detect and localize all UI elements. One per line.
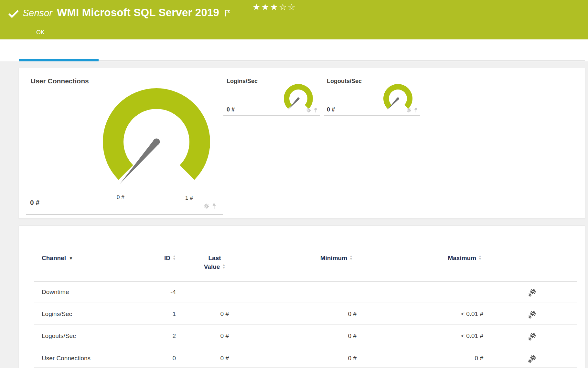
gear-icon[interactable]: [306, 108, 311, 113]
header-label: Last: [189, 255, 241, 262]
status-badge: OK: [36, 29, 45, 36]
cell-maximum: < 0.01 #: [435, 332, 483, 340]
prtg-sensor-page: Sensor WMI Microsoft SQL Server 2019 ★★★…: [0, 0, 588, 368]
sort-desc-icon: ▼: [69, 256, 73, 261]
column-header-id[interactable]: ID ▲▼: [127, 255, 176, 262]
gauges-card: User Connections 0 # 0 # 1 # Logins/Sec …: [19, 68, 585, 219]
panel-actions: [204, 203, 217, 209]
cell-id: 1: [127, 310, 176, 318]
active-tab-indicator: [19, 59, 99, 61]
cell-maximum: 0 #: [435, 355, 483, 362]
sensor-status-banner: Sensor WMI Microsoft SQL Server 2019 ★★★…: [0, 0, 588, 39]
panel-underline: [223, 115, 320, 116]
gauge-scale-max: 1 #: [185, 195, 193, 201]
gauge-scale-min: 0 #: [117, 194, 124, 201]
sort-icon: ▲▼: [349, 255, 353, 261]
cell-last-value: 0 #: [180, 332, 229, 340]
cell-id: 2: [127, 332, 176, 340]
panel-underline: [26, 214, 223, 215]
column-header-last-value[interactable]: Last Value ▲▼: [189, 255, 241, 270]
sort-icon: ▲▼: [173, 255, 176, 261]
check-icon: [8, 8, 19, 19]
double-gear-icon[interactable]: [527, 288, 536, 297]
cell-minimum: 0 #: [308, 355, 357, 362]
cell-channel: User Connections: [42, 355, 91, 362]
header-label: Maximum: [448, 255, 476, 262]
header-divider: [34, 281, 577, 282]
pin-icon[interactable]: [212, 203, 217, 209]
double-gear-icon[interactable]: [527, 332, 536, 341]
cell-channel: Logins/Sec: [42, 310, 72, 318]
page-title: WMI Microsoft SQL Server 2019: [57, 6, 219, 19]
gear-icon[interactable]: [204, 203, 209, 209]
cell-channel: Downtime: [42, 289, 69, 296]
logouts-panel-title: Logouts/Sec: [327, 78, 362, 85]
row-divider: [34, 347, 577, 347]
priority-stars[interactable]: ★★★☆☆: [252, 2, 296, 12]
sort-icon: ▲▼: [478, 255, 482, 261]
sensor-title-row: Sensor WMI Microsoft SQL Server 2019: [23, 6, 232, 19]
header-label: ID: [164, 255, 170, 262]
header-label: Value: [204, 263, 220, 270]
cell-minimum: 0 #: [308, 332, 357, 340]
column-header-channel[interactable]: Channel ▼: [42, 255, 73, 262]
cell-id: -4: [127, 289, 176, 296]
user-connections-gauge: [102, 87, 211, 197]
sort-icon: ▲▼: [222, 264, 225, 269]
cell-channel: Logouts/Sec: [42, 332, 76, 340]
logins-value: 0 #: [227, 106, 235, 113]
double-gear-icon[interactable]: [527, 354, 536, 363]
channel-table-card: Channel ▼ ID ▲▼ Last Value ▲▼ Minimum ▲▼…: [19, 226, 585, 368]
sensor-kind-label: Sensor: [23, 8, 52, 18]
gauge-panel-title: User Connections: [31, 77, 89, 85]
stars-empty: ☆☆: [279, 2, 296, 12]
gear-icon[interactable]: [406, 108, 412, 113]
panel-underline: [324, 115, 420, 116]
panel-actions: [306, 108, 318, 113]
column-header-maximum[interactable]: Maximum ▲▼: [433, 255, 482, 262]
tab-bar: Overview Live Data 2 days 30 days 365 da…: [0, 39, 588, 61]
logins-panel-title: Logins/Sec: [227, 78, 258, 85]
logouts-value: 0 #: [327, 106, 335, 113]
row-divider: [34, 302, 577, 302]
cell-last-value: 0 #: [180, 310, 229, 318]
cell-last-value: 0 #: [180, 355, 229, 362]
column-header-minimum[interactable]: Minimum ▲▼: [304, 255, 353, 262]
double-gear-icon[interactable]: [527, 310, 536, 319]
cell-minimum: 0 #: [308, 310, 357, 318]
pin-icon[interactable]: [314, 108, 318, 113]
header-label: Channel: [42, 255, 66, 262]
pin-icon[interactable]: [414, 108, 418, 113]
cell-id: 0: [127, 355, 176, 362]
panel-actions: [406, 108, 418, 113]
row-divider: [34, 324, 577, 325]
tabbar-divider: [19, 60, 585, 61]
row-divider: [34, 367, 577, 368]
header-label: Minimum: [320, 255, 347, 262]
cell-maximum: < 0.01 #: [435, 310, 483, 318]
user-connections-value: 0 #: [30, 199, 39, 206]
stars-filled: ★★★: [252, 2, 279, 12]
flag-icon[interactable]: [224, 9, 232, 17]
